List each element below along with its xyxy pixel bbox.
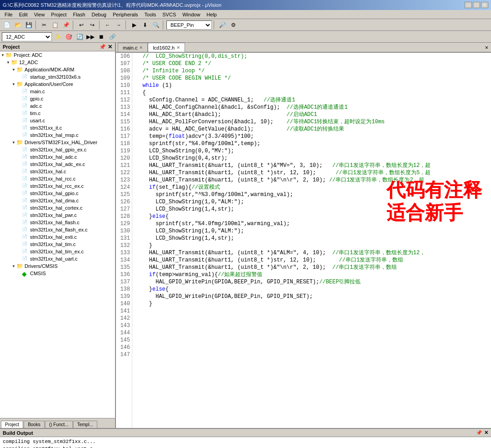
- undo-button[interactable]: ↩: [76, 20, 86, 30]
- tree-item[interactable]: 📄main.c: [0, 88, 115, 95]
- menu-item-project[interactable]: Project: [48, 11, 69, 18]
- panel-close-icon[interactable]: ✕: [108, 44, 112, 50]
- menu-item-svcs[interactable]: SVCS: [160, 11, 179, 18]
- tree-item[interactable]: 📄stm32f1xx_hal_adc_ex.c: [0, 161, 115, 168]
- line-number: 110: [116, 82, 130, 89]
- tree-item[interactable]: 📄stm32f1xx_it.c: [0, 124, 115, 131]
- tree-item[interactable]: 📄stm32f1xx_hal_msp.c: [0, 131, 115, 139]
- code-content[interactable]: // LCD_ShowString(0,0,dis_str); /* USER …: [132, 53, 491, 428]
- maximize-button[interactable]: □: [473, 2, 480, 8]
- open-button[interactable]: 📂: [13, 20, 23, 30]
- build-output-pin-icon[interactable]: 📌: [476, 430, 482, 436]
- tree-item[interactable]: 📄startup_stm32f103x6.s: [0, 73, 115, 81]
- tree-item[interactable]: 📄stm32f1xx_hal_flash.c: [0, 219, 115, 226]
- panel-pin-icon[interactable]: 📌: [99, 44, 106, 50]
- tree-toggle-icon[interactable]: ▼: [5, 60, 11, 65]
- tree-toggle-icon[interactable]: ▼: [11, 82, 16, 86]
- tree-item[interactable]: 📄stm32f1xx_hal_adc.c: [0, 153, 115, 161]
- minimize-button[interactable]: ─: [465, 2, 472, 8]
- paste-button[interactable]: 📌: [61, 20, 71, 30]
- copy-button[interactable]: 📋: [50, 20, 60, 30]
- connect-button[interactable]: 🔗: [107, 32, 117, 42]
- debug-button[interactable]: 🔍: [151, 20, 161, 30]
- tree-item[interactable]: 📄stm32f1xx_hal_gpio_ex.c: [0, 146, 115, 153]
- tree-item[interactable]: 📄stm32f1xx_hal.c: [0, 168, 115, 175]
- refresh-button[interactable]: 🔄: [75, 32, 85, 42]
- line-number: 107: [116, 60, 130, 67]
- menu-item-view[interactable]: View: [31, 11, 48, 18]
- menu-item-flash[interactable]: Flash: [70, 11, 88, 18]
- download-button[interactable]: ⬇: [140, 20, 150, 30]
- tree-item[interactable]: ▼📁Application/MDK-ARM: [0, 66, 115, 73]
- code-line: HAL_ADC_Start(&hadcl); //启动ADC1: [136, 111, 491, 118]
- tree-item[interactable]: 📄stm32f1xx_hal_exti.c: [0, 233, 115, 241]
- tree-item[interactable]: ▼📁12_ADC: [0, 59, 115, 66]
- search-icon[interactable]: 🔎: [217, 20, 227, 30]
- tree-item[interactable]: 📄tim.c: [0, 110, 115, 117]
- tree-toggle-icon[interactable]: ▼: [0, 53, 5, 57]
- line-number: 108: [116, 67, 130, 75]
- tree-item[interactable]: 📄adc.c: [0, 102, 115, 110]
- tree-item[interactable]: 📄stm32f1xx_hal_rcc_ex.c: [0, 182, 115, 190]
- tree-item[interactable]: 📄stm32f1xx_hal_flash_ex.c: [0, 226, 115, 233]
- tree-item[interactable]: 📄stm32f1xx_hal_pwr.c: [0, 211, 115, 219]
- settings-button[interactable]: ⚙: [228, 20, 238, 30]
- tree-item-label: Application/User/Core: [25, 81, 73, 87]
- editor-panel-close-icon[interactable]: ✕: [485, 44, 488, 51]
- tab-main-c[interactable]: main.c ✕: [118, 43, 148, 52]
- redo-button[interactable]: ↪: [87, 20, 97, 30]
- tree-item[interactable]: ▼📁Project: ADC: [0, 51, 115, 59]
- tree-item[interactable]: 📄usart.c: [0, 117, 115, 124]
- tree-item[interactable]: 📄stm32f1xx_hal_uart.c: [0, 255, 115, 262]
- tree-item[interactable]: 📄stm32f1xx_hal_tim.c: [0, 241, 115, 248]
- tree-item[interactable]: 📄stm32f1xx_hal_tim_ex.c: [0, 248, 115, 255]
- build-button[interactable]: ▶: [129, 20, 139, 30]
- tree-toggle-icon[interactable]: ▼: [11, 264, 16, 268]
- build-output-close-icon[interactable]: ✕: [484, 430, 488, 436]
- menu-item-window[interactable]: Window: [180, 11, 203, 18]
- run-button[interactable]: ▶▶: [85, 32, 95, 42]
- tab-main-c-close[interactable]: ✕: [139, 45, 143, 50]
- tree-toggle-icon[interactable]: ▼: [11, 68, 16, 72]
- save-button[interactable]: 💾: [24, 20, 34, 30]
- target-selector[interactable]: BEEP_Pin: [166, 20, 212, 30]
- project-tab-project[interactable]: Project: [1, 421, 23, 428]
- menu-item-debug[interactable]: Debug: [89, 11, 109, 18]
- menu-item-edit[interactable]: Edit: [16, 11, 30, 18]
- tree-item[interactable]: ▼📁Drivers/CMSIS: [0, 262, 115, 270]
- line-number: 120: [116, 155, 130, 162]
- tree-item[interactable]: ▼📁Drivers/STM32F1xx_HAL_Driver: [0, 139, 115, 146]
- file-icon: 📄: [22, 227, 29, 233]
- tab-lcd1602-h-close[interactable]: ✕: [176, 45, 180, 50]
- tab-lcd1602-h[interactable]: lcd1602.h ✕: [148, 43, 185, 52]
- magic-button[interactable]: ✨: [53, 32, 63, 42]
- menu-item-tools[interactable]: Tools: [142, 11, 159, 18]
- tree-item[interactable]: 📄stm32f1xx_hal_gpio.c: [0, 190, 115, 197]
- target-options-button[interactable]: 🎯: [64, 32, 74, 42]
- menu-item-help[interactable]: Help: [204, 11, 220, 18]
- new-file-button[interactable]: 📄: [2, 20, 12, 30]
- code-line: sprintf(str,"%4.0fmg/100ml",warming_val)…: [136, 220, 491, 227]
- tree-item[interactable]: 📄gpio.c: [0, 95, 115, 102]
- line-number: 128: [116, 213, 130, 220]
- project-selector[interactable]: 12_ADC: [2, 32, 52, 41]
- stop-button[interactable]: ⏹: [96, 32, 106, 42]
- nav-forward-button[interactable]: →: [114, 20, 124, 30]
- tree-toggle-icon[interactable]: ▼: [11, 141, 16, 145]
- line-numbers: 1061071081091101111121131141151161171181…: [116, 53, 132, 428]
- cut-button[interactable]: ✂: [39, 20, 49, 30]
- nav-back-button[interactable]: ←: [103, 20, 113, 30]
- menu-item-peripherals[interactable]: Peripherals: [110, 11, 141, 18]
- tree-item-label: stm32f1xx_hal_msp.c: [30, 132, 78, 138]
- tree-item[interactable]: ◆CMSIS: [0, 270, 115, 277]
- project-tab-templ---[interactable]: Templ...: [73, 421, 97, 428]
- menu-item-file[interactable]: File: [2, 11, 15, 18]
- tree-item[interactable]: ▼📁Application/User/Core: [0, 81, 115, 88]
- project-tab----funct---[interactable]: () Funct...: [45, 421, 73, 428]
- tree-item[interactable]: 📄stm32f1xx_hal_cortex.c: [0, 204, 115, 211]
- close-button[interactable]: ✕: [481, 2, 488, 8]
- diamond-icon: ◆: [22, 270, 29, 277]
- project-tab-books[interactable]: Books: [24, 421, 45, 428]
- tree-item[interactable]: 📄stm32f1xx_hal_rcc.c: [0, 175, 115, 182]
- tree-item[interactable]: 📄stm32f1xx_hal_dma.c: [0, 197, 115, 204]
